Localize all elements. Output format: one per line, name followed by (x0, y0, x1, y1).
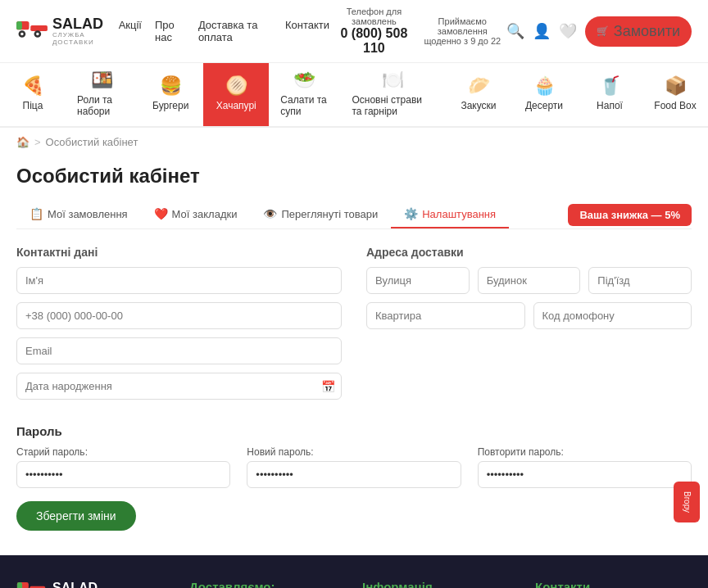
footer-col-brand: SALAD СЛУЖБА ДОСТАВКИ f 📷 ✈️ 📱 VISA Mast… (16, 580, 173, 588)
breadcrumb-current: Особистий кабінет (46, 136, 138, 148)
cart-button[interactable]: 🛒 Замовити (585, 16, 692, 47)
nav-contacts[interactable]: Контакти (285, 19, 329, 43)
password-row: Старий пароль: Новий пароль: Повторити п… (16, 446, 692, 488)
cat-snacks-label: Закуски (461, 100, 496, 111)
confirm-password-label: Повторити пароль: (478, 446, 692, 458)
settings-tab-icon: ⚙️ (404, 207, 418, 220)
main-dishes-icon: 🍽️ (382, 70, 404, 91)
footer-col-delivery: Доставляємо: MarioПІЦЕРІЯ PleasantvilleB… (189, 580, 346, 588)
cat-salads[interactable]: 🥗 Салати та супи (269, 63, 340, 126)
cat-rolls[interactable]: 🍱 Роли та набори (66, 63, 138, 126)
building-input[interactable] (478, 267, 581, 294)
cat-snacks[interactable]: 🥟 Закуски (446, 63, 511, 126)
contact-col: Контактні дані 📅 (16, 246, 342, 408)
burger-icon: 🍔 (160, 75, 182, 97)
hours-value: щоденно з 9 до 22 (419, 36, 506, 46)
drinks-icon: 🥤 (599, 75, 621, 97)
header: SALAD СЛУЖБА ДОСТАВКИ Акції Про нас Дост… (0, 0, 708, 63)
cat-pizza-label: Піца (23, 100, 43, 111)
new-password-input[interactable] (247, 461, 461, 488)
discount-badge: Ваша знижка — 5% (568, 204, 692, 226)
svg-point-6 (36, 33, 39, 35)
phone-label: Телефон для замовлень (329, 7, 419, 26)
save-button[interactable]: Зберегти зміни (16, 501, 136, 531)
nav-about[interactable]: Про нас (155, 19, 185, 43)
cat-desserts-label: Десерти (525, 100, 563, 111)
cat-salads-label: Салати та супи (280, 94, 329, 117)
user-icon[interactable]: 👤 (533, 22, 551, 40)
tab-bookmarks[interactable]: ❤️ Мої закладки (141, 201, 251, 228)
nav-promotions[interactable]: Акції (119, 19, 142, 43)
birthdate-input[interactable] (16, 373, 342, 400)
scroll-top-button[interactable]: Вгору (674, 482, 700, 522)
footer-contact-title: Контакти (535, 580, 692, 588)
header-icons: 🔍 👤 🤍 🛒 Замовити (506, 16, 692, 47)
cat-main-label: Основні страви та гарніри (352, 94, 434, 117)
address-grid-top (366, 267, 692, 294)
cat-pizza[interactable]: 🍕 Піца (0, 63, 66, 126)
logo[interactable]: SALAD СЛУЖБА ДОСТАВКИ (16, 16, 119, 46)
breadcrumb: 🏠 > Особистий кабінет (0, 128, 708, 156)
footer-col-info: Інформація Акції Про нас Доставка та опл… (362, 580, 519, 588)
apartment-input[interactable] (366, 302, 525, 329)
cat-burgers[interactable]: 🍔 Бургери (138, 63, 203, 126)
cart-label: Замовити (614, 23, 680, 40)
settings-form: Контактні дані 📅 Адреса доставки (16, 246, 692, 408)
account-tabs: 📋 Мої замовлення ❤️ Мої закладки 👁️ Пере… (16, 201, 692, 229)
orders-tab-icon: 📋 (30, 207, 43, 220)
address-grid-bottom (366, 302, 692, 329)
footer-logo-text: SALAD (52, 581, 117, 589)
viewed-tab-icon: 👁️ (263, 207, 277, 220)
old-password-label: Старий пароль: (16, 446, 230, 458)
phone-input[interactable] (16, 302, 342, 329)
name-input[interactable] (16, 267, 342, 294)
favorites-icon[interactable]: 🤍 (559, 22, 577, 40)
tab-orders[interactable]: 📋 Мої замовлення (16, 201, 141, 228)
cat-desserts[interactable]: 🧁 Десерти (511, 63, 577, 126)
contact-section-title: Контактні дані (16, 246, 342, 259)
pizza-icon: 🍕 (22, 75, 44, 97)
tab-settings-label: Налаштування (422, 208, 496, 220)
intercom-input[interactable] (533, 302, 692, 329)
nav-delivery[interactable]: Доставка та оплата (198, 19, 272, 43)
phone-number: 0 (800) 508 110 (329, 26, 419, 56)
salads-icon: 🥗 (293, 70, 315, 91)
confirm-password-field: Повторити пароль: (478, 446, 692, 488)
tab-viewed[interactable]: 👁️ Переглянуті товари (250, 201, 391, 228)
tab-settings[interactable]: ⚙️ Налаштування (391, 201, 509, 228)
cat-drinks-label: Напої (597, 100, 623, 111)
logo-subtitle: СЛУЖБА ДОСТАВКИ (52, 31, 119, 46)
footer-delivery-title: Доставляємо: (189, 580, 346, 588)
snacks-icon: 🥟 (468, 75, 490, 97)
svg-rect-1 (16, 21, 22, 29)
email-input[interactable] (16, 337, 342, 364)
footer-col-contacts: Контакти Телефон для замовлень 0 (800) 5… (535, 580, 692, 588)
home-icon[interactable]: 🏠 (16, 136, 30, 148)
cat-khachapuri[interactable]: 🫓 Хачапурі (203, 63, 269, 126)
main-content: Особистий кабінет 📋 Мої замовлення ❤️ Мо… (0, 156, 708, 555)
cat-khachapuri-label: Хачапурі (216, 100, 256, 111)
page-title: Особистий кабінет (16, 165, 692, 188)
name-field (16, 267, 342, 294)
street-input[interactable] (366, 267, 470, 294)
foodbox-icon: 📦 (665, 75, 687, 97)
cat-foodbox-label: Food Box (654, 100, 696, 111)
svg-rect-8 (17, 582, 22, 588)
search-icon[interactable]: 🔍 (506, 22, 524, 40)
phone-field (16, 302, 342, 329)
entrance-input[interactable] (588, 267, 692, 294)
cat-drinks[interactable]: 🥤 Напої (577, 63, 642, 126)
svg-point-4 (20, 33, 23, 35)
calendar-icon: 📅 (321, 380, 335, 393)
birthdate-field: 📅 (16, 373, 342, 400)
khachapuri-icon: 🫓 (225, 75, 247, 97)
cat-main-dishes[interactable]: 🍽️ Основні страви та гарніри (340, 63, 446, 126)
hours-block: Приймаємо замовлення щоденно з 9 до 22 (419, 16, 506, 46)
old-password-input[interactable] (16, 461, 230, 488)
tab-bookmarks-label: Мої закладки (172, 208, 238, 220)
phone-block: Телефон для замовлень 0 (800) 508 110 (329, 7, 419, 56)
main-nav: Акції Про нас Доставка та оплата Контакт… (119, 19, 329, 43)
confirm-password-input[interactable] (478, 461, 692, 488)
footer-logo: SALAD СЛУЖБА ДОСТАВКИ (16, 580, 173, 588)
cat-foodbox[interactable]: 📦 Food Box (642, 63, 708, 126)
